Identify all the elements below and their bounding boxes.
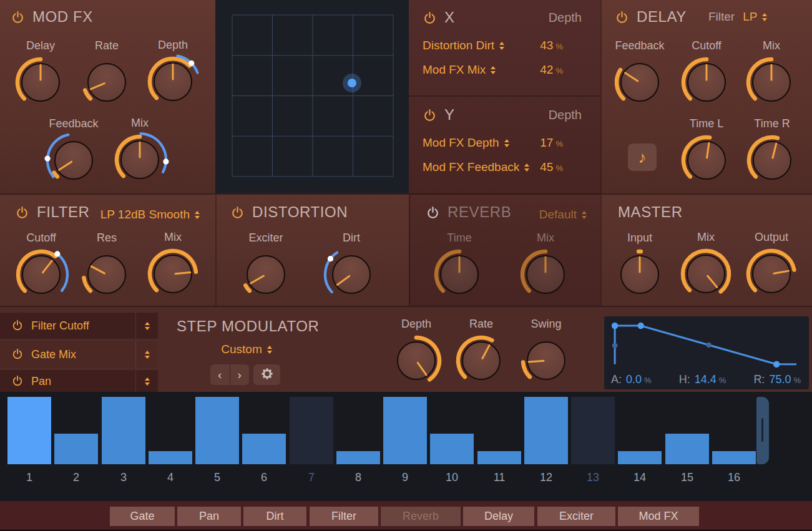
master-input-knob[interactable] <box>610 245 670 304</box>
step-modulator-depth-knob[interactable] <box>386 331 446 391</box>
x-target-2[interactable]: Mod FX Mix <box>423 63 486 77</box>
mod-fx-rate-knob[interactable] <box>77 52 137 112</box>
master-output-knob[interactable] <box>741 244 801 304</box>
delay-filter-select[interactable]: LP <box>743 10 767 24</box>
y-assignment-row-1[interactable]: Mod FX Depth 17% <box>423 134 582 152</box>
mod-target-power-icon[interactable] <box>12 375 25 388</box>
xy-pad[interactable] <box>215 0 409 193</box>
step-16-bar[interactable] <box>712 451 756 464</box>
mod-target-select[interactable] <box>135 341 158 368</box>
mod-target-row-filter-cutoff[interactable]: Filter Cutoff <box>0 313 158 339</box>
distortion-exciter-knob[interactable] <box>236 245 296 304</box>
bottom-tab-exciter[interactable]: Exciter <box>537 507 615 526</box>
step-9-bar[interactable] <box>383 397 427 464</box>
settings-button[interactable] <box>253 364 280 385</box>
step-7-empty-slot[interactable] <box>290 397 333 464</box>
step-1-bar[interactable] <box>7 397 51 464</box>
step-envelope-display[interactable]: A:0.0% H:14.4% R:75.0% <box>604 316 809 389</box>
step-11-bar[interactable] <box>477 451 521 464</box>
mod-target-select[interactable] <box>135 313 158 339</box>
step-6-bar[interactable] <box>242 434 286 464</box>
y-assignment-row-2[interactable]: Mod FX Feedback 45% <box>423 158 582 176</box>
delay-time-l-knob[interactable] <box>677 130 736 190</box>
mod-fx-feedback-knob[interactable] <box>44 130 104 190</box>
dropdown-chevron-icon <box>491 66 496 74</box>
step-4-bar[interactable] <box>149 451 192 464</box>
step-9-number: 9 <box>383 471 427 484</box>
step-13-empty-slot[interactable] <box>571 397 615 464</box>
delay-power-icon[interactable] <box>615 11 629 24</box>
eighth-note-icon: ♪ <box>638 149 647 165</box>
x-target-1[interactable]: Distortion Dirt <box>423 39 494 52</box>
preset-prev-button[interactable]: ‹ <box>210 364 230 385</box>
mod-target-power-icon[interactable] <box>12 348 25 361</box>
xy-dot[interactable] <box>348 79 356 87</box>
delay-time-r-knob[interactable] <box>742 130 802 190</box>
preset-next-button[interactable]: › <box>230 364 250 385</box>
step-15-bar[interactable] <box>665 434 709 464</box>
step-modulator-title: STEP MODULATOR <box>177 318 319 335</box>
reverb-title: REVERB <box>448 203 511 221</box>
mod-fx-delay-knob[interactable] <box>11 52 71 112</box>
step-8-bar[interactable] <box>336 451 380 464</box>
reverb-power-icon[interactable] <box>426 206 439 219</box>
step-3-bar[interactable] <box>102 397 145 464</box>
delay-mix-knob[interactable] <box>741 52 801 112</box>
x-depth-value-1[interactable]: 43% <box>540 39 563 52</box>
reverb-preset-select[interactable]: Default <box>539 208 587 222</box>
x-power-icon[interactable] <box>423 11 436 24</box>
master-mix-knob[interactable] <box>676 244 736 304</box>
step-10-bar[interactable] <box>430 434 474 464</box>
filter-cutoff-knob[interactable] <box>11 245 71 304</box>
y-target-1[interactable]: Mod FX Depth <box>423 136 499 150</box>
reverb-time-knob[interactable] <box>429 245 489 304</box>
y-power-icon[interactable] <box>423 109 436 122</box>
step-modulator-swing-knob[interactable] <box>516 331 576 391</box>
hold-readout: H:14.4% <box>679 373 726 386</box>
x-assignment-row-1[interactable]: Distortion Dirt 43% <box>423 37 582 54</box>
step-5-bar[interactable] <box>195 397 239 464</box>
y-depth-value-1[interactable]: 17% <box>540 136 563 150</box>
step-modulator-rate-knob[interactable] <box>451 331 511 391</box>
y-depth-value-2[interactable]: 45% <box>540 160 563 174</box>
step-12-bar[interactable] <box>524 397 568 464</box>
delay-tempo-sync-button[interactable]: ♪ <box>628 144 657 171</box>
mod-fx-mix-knob[interactable] <box>110 130 170 190</box>
x-assignment-row-2[interactable]: Mod FX Mix 42% <box>423 61 582 79</box>
delay-feedback-knob[interactable] <box>610 52 670 112</box>
step-4-number: 4 <box>149 471 192 484</box>
filter-power-icon[interactable] <box>16 206 29 219</box>
mod-target-row-gate-mix[interactable]: Gate Mix <box>0 341 158 368</box>
bottom-tab-mod-fx[interactable]: Mod FX <box>618 507 699 526</box>
bottom-tab-dirt[interactable]: Dirt <box>243 507 306 526</box>
y-target-2[interactable]: Mod FX Feedback <box>423 160 519 174</box>
step-12-number: 12 <box>524 471 568 484</box>
reverb-mix-knob[interactable] <box>516 245 575 304</box>
step-modulator-preset-select[interactable]: Custom <box>221 343 271 356</box>
xy-pad-grid[interactable] <box>215 0 409 193</box>
step-14-bar[interactable] <box>618 451 662 464</box>
step-10-number: 10 <box>430 471 474 484</box>
bottom-tab-pan[interactable]: Pan <box>177 507 241 526</box>
distortion-dirt-knob[interactable] <box>321 245 381 304</box>
delay-cutoff-knob[interactable] <box>677 52 736 112</box>
bottom-tab-reverb[interactable]: Reverb <box>381 507 461 526</box>
step-2-bar[interactable] <box>54 434 98 464</box>
x-depth-value-2[interactable]: 42% <box>540 63 563 77</box>
filter-mode-select[interactable]: LP 12dB Smooth <box>100 208 200 222</box>
bottom-tab-delay[interactable]: Delay <box>463 507 534 526</box>
filter-res-knob[interactable] <box>77 245 137 304</box>
dropdown-chevron-icon <box>762 13 767 21</box>
bottom-tab-filter[interactable]: Filter <box>310 507 378 526</box>
mod-fx-power-icon[interactable] <box>11 11 24 24</box>
mod-fx-depth-knob[interactable] <box>143 52 203 112</box>
bottom-tab-gate[interactable]: Gate <box>110 507 175 526</box>
step-pattern-scrollbar[interactable] <box>756 397 769 464</box>
step-13-number: 13 <box>571 471 615 484</box>
mod-target-row-pan[interactable]: Pan <box>0 370 158 392</box>
mod-target-select[interactable] <box>135 370 158 392</box>
step-15-number: 15 <box>665 471 709 484</box>
mod-target-power-icon[interactable] <box>12 319 25 333</box>
distortion-power-icon[interactable] <box>231 206 244 219</box>
filter-mix-knob[interactable] <box>143 244 203 304</box>
